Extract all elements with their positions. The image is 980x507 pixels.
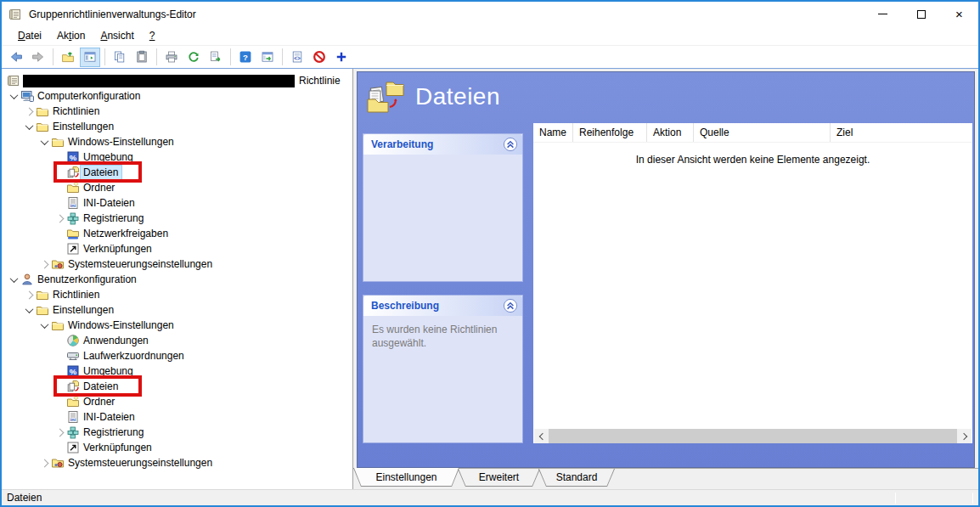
tree-item-label: Anwendungen <box>81 334 152 348</box>
tree-item-anwendungen[interactable]: Anwendungen <box>2 333 352 348</box>
tree-item-dateien[interactable]: Dateien <box>2 165 352 180</box>
menu-help[interactable]: ? <box>142 27 163 44</box>
tree-item-einstellungen[interactable]: Einstellungen <box>2 302 352 318</box>
ini-icon: ini <box>66 196 81 210</box>
copy-button[interactable] <box>110 48 130 67</box>
tree-item-richtlinien[interactable]: Richtlinien <box>2 287 352 302</box>
maximize-button[interactable] <box>902 2 940 26</box>
add-button[interactable] <box>331 48 352 67</box>
tree-item-systemsteuerungseinstellungen[interactable]: Systemsteuerungseinstellungen <box>2 256 352 272</box>
collapse-chevron-icon[interactable] <box>503 298 518 313</box>
tree-item-label: Netzwerkfreigaben <box>81 227 172 241</box>
menu-aktion[interactable]: Aktion <box>49 27 93 44</box>
chevron-down-icon[interactable] <box>22 120 36 133</box>
report-doc-button[interactable]: <> <box>287 48 307 67</box>
forward-button[interactable] <box>28 48 48 67</box>
properties-window-button[interactable] <box>257 48 278 67</box>
tree-item-laufwerkzuordnungen[interactable]: Laufwerkzuordnungen <box>2 348 352 363</box>
tree-item-umgebung[interactable]: %Umgebung <box>2 363 352 379</box>
control-panel-folder-icon <box>51 257 65 271</box>
tab-erweitert[interactable]: Erweitert <box>458 469 540 487</box>
tree-item-label: Ordner <box>81 395 118 409</box>
tree-item-einstellungen[interactable]: Einstellungen <box>2 119 352 134</box>
collapse-chevron-icon[interactable] <box>503 137 518 152</box>
tree-item-umgebung[interactable]: %Umgebung <box>2 149 352 165</box>
tree-item-ini-dateien[interactable]: iniINI-Dateien <box>2 409 352 425</box>
tree-item-label: Verknüpfungen <box>81 441 155 455</box>
tree-item-computerkonfiguration[interactable]: Computerkonfiguration <box>2 88 352 104</box>
tree-item-ordner[interactable]: Ordner <box>2 394 352 409</box>
help-button[interactable]: ? <box>235 48 256 67</box>
tree-item-systemsteuerungseinstellungen[interactable]: Systemsteuerungseinstellungen <box>2 455 352 470</box>
print-button[interactable] <box>161 48 182 67</box>
chevron-down-icon[interactable] <box>37 135 51 149</box>
menu-ansicht[interactable]: Ansicht <box>93 27 141 44</box>
menu-datei[interactable]: Datei <box>10 27 49 44</box>
svg-text:<>: <> <box>294 55 301 61</box>
tree-item-windows-einstellungen[interactable]: Windows-Einstellungen <box>2 134 352 149</box>
column-header-name[interactable]: Name <box>533 123 573 142</box>
tree-item-benutzerkonfiguration[interactable]: Benutzerkonfiguration <box>2 272 352 287</box>
applications-icon <box>66 334 81 347</box>
column-header-reihenfolge[interactable]: Reihenfolge <box>573 123 647 142</box>
column-header-aktion[interactable]: Aktion <box>647 123 694 142</box>
export-list-button[interactable] <box>206 48 226 67</box>
tab-label: Einstellungen <box>354 468 459 486</box>
column-header-ziel[interactable]: Ziel <box>831 123 972 142</box>
tab-standard[interactable]: Standard <box>538 469 615 487</box>
scrollbar-thumb[interactable] <box>549 429 957 443</box>
title-bar[interactable]: Gruppenrichtlinienverwaltungs-Editor × <box>2 2 978 26</box>
tree-item-netzwerkfreigaben[interactable]: Netzwerkfreigaben <box>2 226 352 241</box>
horizontal-scrollbar[interactable] <box>534 429 972 443</box>
scroll-left-arrow-icon[interactable] <box>534 429 549 443</box>
show-console-tree-button[interactable] <box>80 48 100 67</box>
tree-item-dateien[interactable]: Dateien <box>2 379 352 394</box>
tree-item-label: Windows-Einstellungen <box>65 318 177 333</box>
up-one-level-button[interactable] <box>58 48 78 67</box>
tree-item-registrierung[interactable]: Registrierung <box>2 425 352 440</box>
app-window: Gruppenrichtlinienverwaltungs-Editor × D… <box>0 0 980 507</box>
tree-item-windows-einstellungen[interactable]: Windows-Einstellungen <box>2 318 352 333</box>
files-icon <box>66 166 81 179</box>
tree-item-ordner[interactable]: Ordner <box>2 180 352 195</box>
chevron-right-icon[interactable] <box>53 211 66 225</box>
close-button[interactable]: × <box>940 2 978 26</box>
chevron-down-icon[interactable] <box>22 303 36 317</box>
help-icon: ? <box>239 50 253 64</box>
console-scroll-icon <box>8 8 22 21</box>
tab-einstellungen[interactable]: Einstellungen <box>353 468 459 487</box>
chevron-down-icon[interactable] <box>7 273 20 286</box>
tree-item-ini-dateien[interactable]: iniINI-Dateien <box>2 195 352 211</box>
tab-label: Erweitert <box>459 469 539 486</box>
tree-item-root-policy[interactable]: Richtlinie <box>2 73 352 88</box>
tree-item-label: Systemsteuerungseinstellungen <box>65 456 216 470</box>
chevron-down-icon[interactable] <box>7 89 20 103</box>
toolbar: ?<> <box>2 46 978 69</box>
back-button[interactable] <box>6 48 26 67</box>
tree-item-label: Ordner <box>81 181 118 195</box>
scroll-right-arrow-icon[interactable] <box>957 429 972 443</box>
column-header-quelle[interactable]: Quelle <box>694 123 831 142</box>
forbidden-button[interactable] <box>309 48 329 67</box>
chevron-right-icon[interactable] <box>22 104 36 118</box>
tree-item-verkn-pfungen[interactable]: Verknüpfungen <box>2 241 352 256</box>
console-tree-pane[interactable]: RichtlinieComputerkonfigurationRichtlini… <box>2 69 353 489</box>
chevron-right-icon[interactable] <box>53 425 66 439</box>
items-list-view[interactable]: NameReihenfolgeAktionQuelleZiel In diese… <box>533 123 972 443</box>
chevron-right-icon[interactable] <box>37 257 51 271</box>
chevron-down-icon[interactable] <box>37 318 51 332</box>
show-console-tree-icon <box>83 50 98 64</box>
menu-bar: DateiAktionAnsicht? <box>2 26 978 46</box>
paste-button[interactable] <box>132 48 152 67</box>
chevron-right-icon[interactable] <box>37 456 51 470</box>
minimize-button[interactable] <box>864 2 902 26</box>
tree-item-registrierung[interactable]: Registrierung <box>2 211 352 226</box>
panel-beschreibung-body: Es wurden keine Richtlinien ausgewählt. <box>363 316 522 357</box>
tree-item-richtlinien[interactable]: Richtlinien <box>2 104 352 119</box>
refresh-button[interactable] <box>183 48 204 67</box>
tree-item-label: Umgebung <box>81 150 137 165</box>
svg-text:%: % <box>70 153 77 162</box>
tree-item-verkn-pfungen[interactable]: Verknüpfungen <box>2 440 352 455</box>
tree-item-label: Einstellungen <box>50 303 117 318</box>
chevron-right-icon[interactable] <box>22 288 36 301</box>
